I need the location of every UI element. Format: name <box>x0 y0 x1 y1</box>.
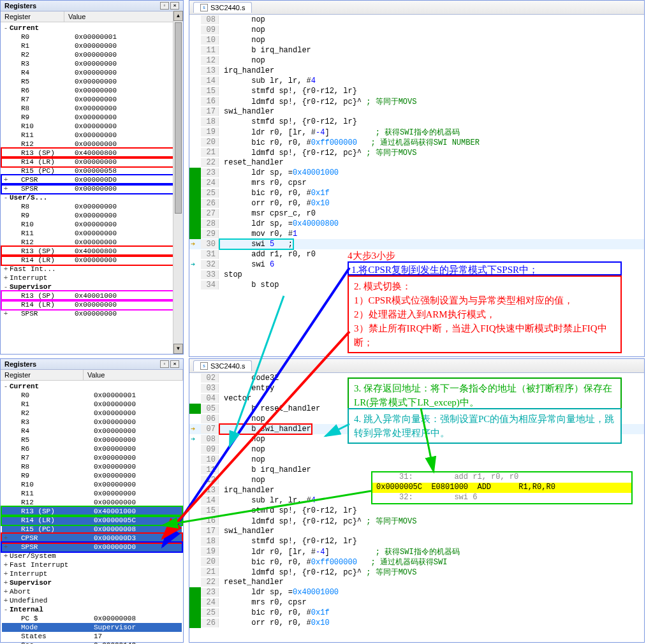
register-row[interactable]: +CPSR0x000000D0 <box>2 175 182 184</box>
register-row[interactable]: +Interrupt <box>2 569 182 578</box>
register-row[interactable]: R70x00000000 <box>2 453 182 462</box>
code-line[interactable]: 24 mrs r0, cpsr <box>189 178 644 188</box>
register-row[interactable]: R13 (SP)0x40001000 <box>2 291 182 300</box>
register-row[interactable]: +Interrupt <box>2 274 182 282</box>
code-line[interactable]: 23 ldr sp, =0x40001000 <box>189 168 644 178</box>
code-line[interactable]: 20 bic r0, r0, #0xff000000 ; 通过机器码获得SWI <box>189 557 644 567</box>
code-line[interactable]: 27 msr cpsr_c, r0 <box>189 209 644 219</box>
code-line[interactable]: 29 mov r0, #1 <box>189 229 644 239</box>
code-line[interactable]: 26 orr r0, r0, #0x10 <box>189 618 644 628</box>
expander-icon[interactable]: + <box>2 274 10 282</box>
register-row[interactable]: R00x00000001 <box>2 33 182 41</box>
scroll-down-icon[interactable]: ▼ <box>173 344 183 354</box>
register-row[interactable]: R14 (LR)0x0000005C <box>2 516 182 525</box>
tree-group[interactable]: -Supervisor <box>2 282 182 291</box>
code-line[interactable]: 21 ldmfd sp!, {r0-r12, pc}^ ; 等同于MOVS <box>189 147 644 157</box>
tree-group[interactable]: -User/S... <box>2 193 182 202</box>
col-header-register[interactable]: Register <box>1 11 64 22</box>
register-row[interactable]: R20x00000000 <box>2 409 182 418</box>
code-line[interactable]: 10 nop <box>189 455 644 465</box>
register-row[interactable]: R80x00000000 <box>2 104 182 113</box>
code-line[interactable]: 10 nop <box>189 35 644 45</box>
code-line[interactable]: 30 swi 5 ; <box>189 239 644 249</box>
register-row[interactable]: +Undefined <box>2 596 182 605</box>
register-row[interactable]: R110x00000000 <box>2 229 182 238</box>
tab-s3c2440[interactable]: s S3C2440.s <box>193 2 252 13</box>
register-row[interactable]: +SPSR0x000000D0 <box>2 543 182 552</box>
code-line[interactable]: 17swi_handler <box>189 106 644 117</box>
register-row[interactable]: R100x00000000 <box>2 122 182 131</box>
register-row[interactable]: +Fast Interrupt <box>2 560 182 569</box>
code-line[interactable]: 21 ldmfd sp!, {r0-r12, pc}^ ; 等同于MOVS <box>189 567 644 577</box>
code-line[interactable]: 31 add r1, r0, r0 <box>189 249 644 260</box>
register-tree[interactable]: -CurrentR00x00000001R10x00000000R20x0000… <box>1 22 183 319</box>
register-row[interactable]: ModeSupervisor <box>2 623 182 632</box>
register-row[interactable]: R100x00000000 <box>2 480 182 489</box>
code-line[interactable]: 23 ldr sp, =0x40001000 <box>189 587 644 597</box>
register-row[interactable]: R15 (PC)0x00000008 <box>2 525 182 534</box>
register-row[interactable]: +SPSR0x00000000 <box>2 309 182 318</box>
code-line[interactable]: 11 b irq_handler <box>189 45 644 55</box>
code-line[interactable]: 08 nop <box>189 15 644 25</box>
code-line[interactable]: 15 stmfd sp!, {r0-r12, lr} <box>189 506 644 516</box>
pin-icon[interactable]: ▫ <box>160 360 169 368</box>
register-row[interactable]: R90x00000000 <box>2 471 182 480</box>
expander-icon[interactable]: + <box>2 552 10 560</box>
scrollbar[interactable]: ▲ ▼ <box>173 11 183 354</box>
col-header-value[interactable]: Value <box>64 11 183 22</box>
expander-icon[interactable]: + <box>2 543 10 551</box>
register-row[interactable]: R100x00000000 <box>2 220 182 229</box>
expander-icon[interactable]: + <box>2 597 10 604</box>
expander-icon[interactable]: + <box>2 265 10 273</box>
register-row[interactable]: Sec0.00000142 <box>2 641 182 644</box>
register-row[interactable]: +CPSR0x000000D3 <box>2 534 182 543</box>
register-row[interactable]: +Fast Int... <box>2 265 182 274</box>
expander-icon[interactable]: + <box>2 561 10 569</box>
register-row[interactable]: +SPSR0x00000000 <box>2 184 182 193</box>
col-header-value[interactable]: Value <box>84 370 183 380</box>
code-line[interactable]: 25 bic r0, r0, #0x1f <box>189 608 644 618</box>
pin-icon[interactable]: ▫ <box>160 2 169 10</box>
register-row[interactable]: R110x00000000 <box>2 131 182 140</box>
register-row[interactable]: R70x00000000 <box>2 95 182 104</box>
expander-icon[interactable]: - <box>2 606 10 613</box>
register-row[interactable]: R40x00000000 <box>2 427 182 435</box>
tab-s3c2440[interactable]: s S3C2440.s <box>193 360 252 371</box>
expander-icon[interactable]: + <box>2 185 10 193</box>
register-row[interactable]: R80x00000000 <box>2 462 182 471</box>
register-row[interactable]: R120x00000000 <box>2 238 182 247</box>
register-row[interactable]: R13 (SP)0x40001000 <box>2 507 182 516</box>
code-line[interactable]: 22reset_handler <box>189 577 644 587</box>
register-row[interactable]: R00x00000001 <box>2 391 182 400</box>
expander-icon[interactable]: + <box>2 176 10 184</box>
expander-icon[interactable]: - <box>2 283 10 291</box>
code-line[interactable]: 22reset_handler <box>189 157 644 168</box>
code-line[interactable]: 13irq_handler <box>189 66 644 76</box>
register-row[interactable]: R50x00000000 <box>2 435 182 444</box>
code-line[interactable]: 16 ldmfd sp!, {r0-r12, pc}^ ; 等同于MOVS <box>189 96 644 106</box>
close-icon[interactable]: × <box>170 360 179 368</box>
code-area[interactable]: 08 nop09 nop10 nop11 b irq_handler12 nop… <box>189 15 644 290</box>
register-row[interactable]: R14 (LR)0x00000000 <box>2 157 182 166</box>
register-row[interactable]: +Abort <box>2 587 182 596</box>
expander-icon[interactable]: + <box>2 310 10 318</box>
code-line[interactable]: 24 mrs r0, cpsr <box>189 597 644 608</box>
register-row[interactable]: R90x00000000 <box>2 211 182 220</box>
expander-icon[interactable]: - <box>2 383 10 390</box>
expander-icon[interactable]: + <box>2 570 10 578</box>
code-line[interactable]: 09 nop <box>189 25 644 35</box>
register-row[interactable]: R15 (PC)0x00000058 <box>2 166 182 175</box>
tree-group[interactable]: -Current <box>2 382 182 391</box>
expander-icon[interactable]: + <box>2 579 10 587</box>
register-row[interactable]: R10x00000000 <box>2 400 182 409</box>
expander-icon[interactable]: - <box>2 194 10 201</box>
register-row[interactable]: R13 (SP)0x40000800 <box>2 149 182 157</box>
register-row[interactable]: R60x00000000 <box>2 444 182 453</box>
register-row[interactable]: R30x00000000 <box>2 418 182 427</box>
code-line[interactable]: 20 bic r0, r0, #0xff000000 ; 通过机器码获得SWI … <box>189 137 644 147</box>
code-line[interactable]: 18 stmfd sp!, {r0-r12, lr} <box>189 117 644 127</box>
code-line[interactable]: 15 stmfd sp!, {r0-r12, lr} <box>189 86 644 96</box>
close-icon[interactable]: × <box>170 2 179 10</box>
register-row[interactable]: R30x00000000 <box>2 59 182 68</box>
col-header-register[interactable]: Register <box>1 370 84 380</box>
